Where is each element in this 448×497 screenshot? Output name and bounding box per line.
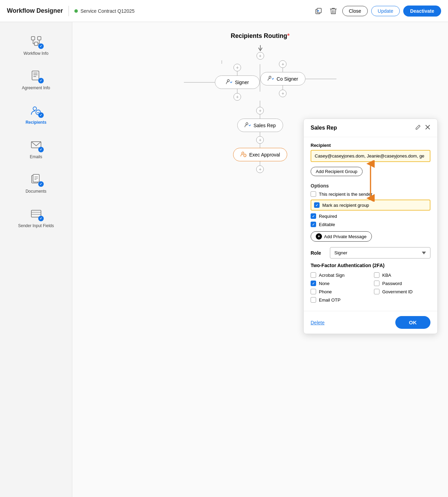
tfa-option-kba: KBA: [374, 272, 430, 278]
sender-input-fields-icon-wrap: [29, 206, 44, 221]
panel-close-btn[interactable]: [425, 124, 430, 131]
checkbox-editable[interactable]: [311, 222, 316, 227]
private-message-wrapper: + Add Private Message: [311, 230, 430, 243]
private-msg-icon: +: [316, 233, 322, 240]
option-row-required: Required: [311, 213, 430, 219]
tfa-option-government-id: Government ID: [374, 289, 430, 294]
agreement-info-badge: [38, 78, 44, 83]
sidebar-item-recipients[interactable]: Recipients: [9, 98, 64, 130]
tfa-option-none: None: [311, 281, 367, 286]
ok-button[interactable]: OK: [395, 316, 431, 329]
add-recipient-group-label: Add Recipient Group: [316, 169, 357, 174]
panel-header-actions: [415, 124, 430, 131]
checkbox-mark-group[interactable]: [314, 202, 320, 208]
add-btn-right-bottom[interactable]: +: [279, 90, 286, 97]
status-dot: [74, 9, 78, 13]
cosigner-node[interactable]: Co Signer: [260, 72, 305, 85]
header-divider: [69, 6, 69, 16]
execapproval-node-label: Exec Approval: [249, 152, 280, 158]
tfa-phone-label: Phone: [319, 289, 332, 294]
sidebar-item-documents[interactable]: Documents: [9, 167, 64, 199]
routing-title: Recipients Routing*: [86, 32, 434, 40]
checkbox-government-id[interactable]: [374, 289, 379, 294]
add-btn-left[interactable]: +: [233, 64, 241, 71]
checkbox-sender[interactable]: [311, 191, 316, 197]
vert-line-after-salesrep: [260, 132, 260, 136]
add-private-message-button[interactable]: + Add Private Message: [311, 231, 372, 242]
salesrep-node[interactable]: Sales Rep: [237, 119, 283, 132]
delete-button[interactable]: Delete: [311, 320, 324, 325]
tfa-acrobat-sign-label: Acrobat Sign: [319, 273, 344, 278]
svg-rect-5: [34, 42, 38, 45]
deactivate-button[interactable]: Deactivate: [403, 6, 441, 17]
header-actions: Close Update Deactivate: [313, 5, 441, 17]
add-btn-right[interactable]: +: [279, 60, 286, 68]
sidebar-item-agreement-info-label: Agreement Info: [22, 85, 50, 90]
option-mark-group-label: Mark as recipient group: [322, 203, 369, 208]
svg-point-26: [227, 80, 229, 82]
checkbox-required[interactable]: [311, 213, 316, 219]
signer-node-label: Signer: [235, 80, 249, 85]
checkbox-acrobat-sign[interactable]: [311, 272, 316, 278]
delete-icon-btn[interactable]: [328, 5, 339, 17]
add-btn-join[interactable]: +: [256, 107, 264, 114]
contract-name: Service Contract Q12025: [81, 8, 135, 14]
sidebar-item-workflow-info-label: Workflow Info: [23, 51, 48, 56]
add-btn-top[interactable]: +: [257, 52, 264, 60]
update-button[interactable]: Update: [371, 6, 400, 16]
top-arrow: [258, 45, 263, 51]
checkbox-password[interactable]: [374, 281, 379, 286]
workflow-info-icon-wrap: [29, 34, 44, 49]
add-btn-left-bottom[interactable]: +: [233, 93, 241, 101]
sidebar-item-sender-input-fields[interactable]: Sender Input Fields: [9, 201, 64, 233]
emails-badge: [38, 147, 44, 152]
svg-point-27: [269, 76, 271, 78]
option-required-label: Required: [319, 214, 337, 219]
duplicate-icon-btn[interactable]: [313, 5, 324, 17]
salesrep-icon: [244, 122, 251, 129]
tfa-option-password: Password: [374, 281, 430, 286]
documents-badge: [38, 181, 44, 187]
svg-point-28: [246, 123, 248, 125]
options-title: Options: [311, 183, 430, 189]
recipient-input[interactable]: Casey@caseyjones.dom, Jeanie@caseyjones.…: [311, 150, 430, 162]
signer-node[interactable]: Signer: [215, 75, 260, 89]
execapproval-icon: !: [240, 151, 247, 158]
sender-input-badge: [38, 216, 44, 221]
tfa-option-phone: Phone: [311, 289, 367, 294]
checkbox-email-otp[interactable]: [311, 297, 316, 303]
documents-icon-wrap: [29, 172, 44, 187]
checkbox-phone[interactable]: [311, 289, 316, 294]
sidebar-item-recipients-label: Recipients: [25, 120, 46, 125]
add-recipient-group-button[interactable]: Add Recipient Group: [311, 167, 363, 176]
panel-edit-btn[interactable]: [415, 124, 421, 131]
vert-line-execapproval: [260, 144, 260, 148]
option-editable-label: Editable: [319, 222, 335, 227]
add-btn-bottom[interactable]: +: [256, 165, 264, 173]
add-btn-salesrep[interactable]: +: [256, 136, 264, 144]
header: Workflow Designer Service Contract Q1202…: [0, 0, 448, 22]
panel-body: Recipient Casey@caseyjones.dom, Jeanie@c…: [304, 137, 437, 308]
option-sender-label: This recipient is the sender: [319, 192, 372, 197]
sidebar-item-emails[interactable]: Emails: [9, 132, 64, 164]
app-title: Workflow Designer: [7, 7, 63, 14]
tfa-government-id-label: Government ID: [382, 289, 413, 294]
recipients-badge: [38, 112, 44, 118]
checkbox-none[interactable]: [311, 281, 316, 286]
sidebar-item-workflow-info[interactable]: Workflow Info: [9, 29, 64, 61]
close-button[interactable]: Close: [342, 6, 368, 16]
role-select[interactable]: Signer Approver Acceptor Form Filler Cer…: [330, 247, 430, 258]
sidebar-item-agreement-info[interactable]: Agreement Info: [9, 63, 64, 95]
checkbox-kba[interactable]: [374, 272, 379, 278]
panel-header: Sales Rep: [304, 119, 437, 137]
execapproval-node[interactable]: ! Exec Approval: [233, 148, 288, 161]
cosigner-node-label: Co Signer: [277, 76, 298, 82]
tfa-grid: Acrobat Sign KBA None Password: [311, 272, 430, 303]
sidebar-item-documents-label: Documents: [25, 189, 46, 194]
left-branch: + Signer +: [184, 60, 260, 101]
sidebar: Workflow Info Agreement Info: [0, 22, 72, 497]
join-line: [260, 101, 260, 107]
option-row-sender: This recipient is the sender: [311, 191, 430, 197]
tfa-kba-label: KBA: [382, 273, 391, 278]
sidebar-item-emails-label: Emails: [30, 154, 42, 159]
